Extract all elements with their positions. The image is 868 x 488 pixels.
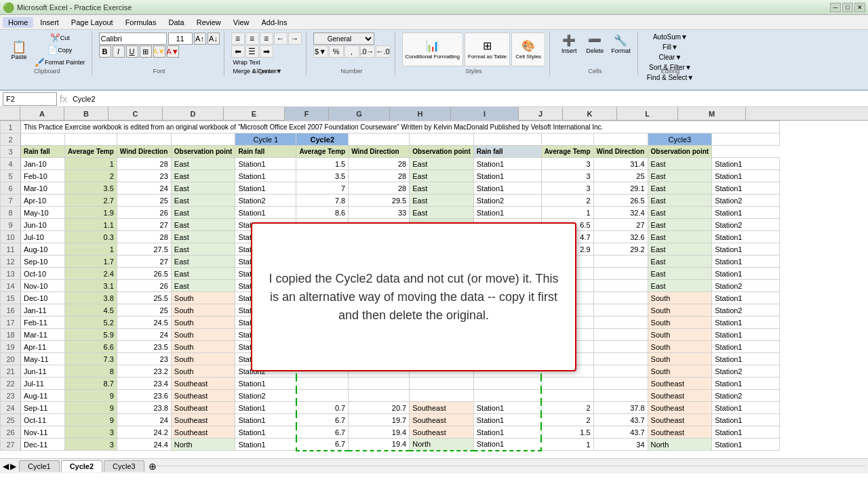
table-row: 1 This Practice Exercise workbook is edi… xyxy=(1,121,780,134)
col-header-b[interactable]: B xyxy=(64,107,108,121)
menu-formulas[interactable]: Formulas xyxy=(120,17,162,28)
conditional-formatting-label: Conditional Formatting xyxy=(406,54,460,60)
col-header-g[interactable]: G xyxy=(329,107,390,121)
table-row: 7 Apr-10 2.7 25 East Station2 7.8 29.5 E… xyxy=(1,195,780,207)
copy-button[interactable]: 📄 Copy xyxy=(33,45,87,56)
format-painter-button[interactable]: 🖌️ Format Painter xyxy=(33,57,87,68)
row-num-header xyxy=(0,107,20,120)
underline-button[interactable]: U xyxy=(126,45,138,58)
insert-button[interactable]: ➕ Insert xyxy=(557,33,581,56)
delete-button[interactable]: ➖ Delete xyxy=(583,33,607,56)
header-text: This Practice Exercise workbook is edite… xyxy=(21,121,780,134)
menu-page-layout[interactable]: Page Layout xyxy=(66,17,119,28)
menu-data[interactable]: Data xyxy=(163,17,189,28)
cut-button[interactable]: ✂️ Cut xyxy=(33,33,87,43)
name-box[interactable] xyxy=(3,92,57,106)
clipboard-group: 📋 📋 Paste ✂️ Cut 📄 Copy 🖌️ Form xyxy=(3,31,92,76)
number-format-select[interactable]: General xyxy=(313,33,374,45)
col-header-j[interactable]: J xyxy=(519,107,563,121)
increase-indent[interactable]: → xyxy=(288,33,302,45)
format-as-table-button[interactable]: ⊞ Format as Table xyxy=(465,33,510,66)
table-row: 2 Cycle 1 Cycle2 Cycle3 xyxy=(1,134,780,146)
ribbon-content: 📋 📋 Paste ✂️ Cut 📄 Copy 🖌️ Form xyxy=(0,30,868,77)
decrease-decimal[interactable]: ←.0 xyxy=(376,45,391,58)
alignment-label: Alignment xyxy=(227,68,306,75)
col-header-l[interactable]: L xyxy=(617,107,678,121)
add-sheet-button[interactable]: ⊕ xyxy=(149,461,157,472)
font-name-input[interactable] xyxy=(99,33,167,45)
column-header-row: A B C D E F G H I J K L M xyxy=(0,107,868,121)
menu-review[interactable]: Review xyxy=(191,17,226,28)
col-header-m[interactable]: M xyxy=(678,107,746,121)
menu-view[interactable]: View xyxy=(228,17,255,28)
col-header-i[interactable]: I xyxy=(451,107,519,121)
align-top-center[interactable]: ≡ xyxy=(245,33,259,45)
cells-group: ➕ Insert ➖ Delete 🔧 Format Cells xyxy=(553,31,638,76)
sheet-tabs: ◀ ▶ Cycle1 Cycle2 Cycle3 ⊕ xyxy=(0,458,868,473)
table-row: 26 Nov-11 3 24.2 Southeast Station1 6.7 … xyxy=(1,426,780,439)
font-size-input[interactable] xyxy=(168,33,193,45)
sheet-tab-cycle2[interactable]: Cycle2 xyxy=(61,460,102,472)
sheet-tab-cycle1[interactable]: Cycle1 xyxy=(19,460,60,472)
title-bar: 🟢 Microsoft Excel - Practice Exercise ─ … xyxy=(0,0,868,15)
close-button[interactable]: ✕ xyxy=(854,3,865,12)
autosum-button[interactable]: AutoSum ▼ xyxy=(645,33,696,41)
conditional-formatting-button[interactable]: 📊 Conditional Formatting xyxy=(402,33,463,66)
align-top-left[interactable]: ≡ xyxy=(231,33,245,45)
title-bar-controls[interactable]: ─ □ ✕ xyxy=(830,3,865,12)
sheet-container[interactable]: 1 This Practice Exercise workbook is edi… xyxy=(0,121,868,473)
cell-styles-button[interactable]: 🎨 Cell Styles xyxy=(511,33,545,66)
font-color-button[interactable]: A▼ xyxy=(167,45,179,58)
col-header-e[interactable]: E xyxy=(224,107,285,121)
minimize-button[interactable]: ─ xyxy=(830,3,841,12)
sheet-nav-next[interactable]: ▶ xyxy=(10,462,16,471)
col-header-d[interactable]: D xyxy=(163,107,224,121)
col-header-f[interactable]: F xyxy=(285,107,329,121)
borders-button[interactable]: ⊞ xyxy=(140,45,152,58)
col-header-a[interactable]: A xyxy=(20,107,64,121)
col-header-c[interactable]: C xyxy=(108,107,163,121)
fill-button[interactable]: Fill ▼ xyxy=(645,43,696,52)
fill-color-button[interactable]: A▼ xyxy=(153,45,165,58)
sheet-tab-cycle3[interactable]: Cycle3 xyxy=(104,460,144,472)
paste-icon: 📋 xyxy=(12,41,26,53)
maximize-button[interactable]: □ xyxy=(842,3,853,12)
align-left[interactable]: ⬅ xyxy=(231,45,245,58)
clear-button[interactable]: Clear ▼ xyxy=(645,53,696,62)
alignment-group: ≡ ≡ ≡ ← → ⬅ ☰ ➡ Wrap Text Merge & Center… xyxy=(227,31,307,76)
col-header-k[interactable]: K xyxy=(563,107,617,121)
paste-button[interactable]: 📋 📋 Paste xyxy=(7,39,31,62)
popup-text: I copied the Cycle2 data and not cut (or… xyxy=(266,270,561,325)
number-group-label: Number xyxy=(309,68,395,75)
formula-input[interactable] xyxy=(70,92,865,106)
decrease-indent[interactable]: ← xyxy=(274,33,288,45)
increase-decimal[interactable]: .0→ xyxy=(360,45,375,58)
col-header-h[interactable]: H xyxy=(390,107,451,121)
align-center[interactable]: ☰ xyxy=(245,45,259,58)
menu-insert[interactable]: Insert xyxy=(35,17,64,28)
styles-group: 📊 Conditional Formatting ⊞ Format as Tab… xyxy=(398,31,551,76)
wrap-text-button[interactable]: Wrap Text xyxy=(231,58,262,66)
align-right[interactable]: ➡ xyxy=(260,45,273,58)
cells-group-label: Cells xyxy=(553,68,637,75)
font-grow-button[interactable]: A↑ xyxy=(194,33,206,45)
table-row: 27 Dec-11 3 24.4 North Station1 6.7 19.4… xyxy=(1,439,780,451)
font-shrink-button[interactable]: A↓ xyxy=(208,33,220,45)
bold-button[interactable]: B xyxy=(99,45,111,58)
format-button[interactable]: 🔧 Format xyxy=(608,33,633,56)
align-top-right[interactable]: ≡ xyxy=(260,33,273,45)
insert-label: Insert xyxy=(561,47,577,54)
menu-home[interactable]: Home xyxy=(3,17,33,28)
percent-button[interactable]: % xyxy=(329,45,344,58)
table-row: 24 Sep-11 9 23.8 Southeast Station1 0.7 … xyxy=(1,402,780,414)
italic-button[interactable]: I xyxy=(113,45,125,58)
formula-bar: fx xyxy=(0,91,868,107)
copy-label: Copy xyxy=(58,47,72,54)
menu-addins[interactable]: Add-Ins xyxy=(256,17,292,28)
currency-button[interactable]: $▼ xyxy=(313,45,328,58)
spreadsheet-area: 1 This Practice Exercise workbook is edi… xyxy=(0,121,868,473)
font-controls: A↑ A↓ B I U ⊞ A▼ A▼ xyxy=(99,33,220,58)
table-row: 4 Jan-10 1 28 East Station1 1.5 28 East … xyxy=(1,158,780,170)
comma-button[interactable]: , xyxy=(344,45,359,58)
sheet-nav-prev[interactable]: ◀ xyxy=(3,462,9,471)
